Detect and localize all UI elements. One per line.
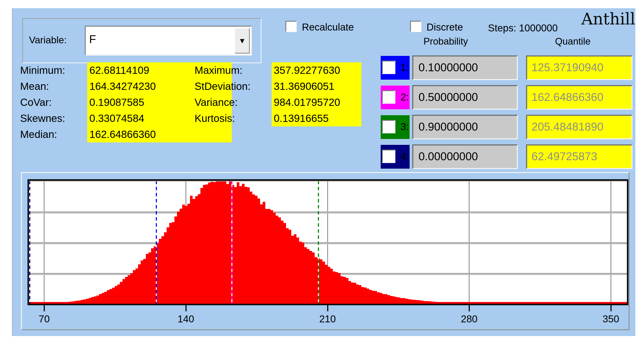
histogram-bar — [263, 202, 265, 304]
quantile-4-index: 4: — [400, 150, 409, 162]
histogram-bar — [338, 273, 340, 304]
histogram-bar — [122, 279, 125, 304]
histogram-bar — [112, 288, 115, 304]
quantile-2-value-output: 162.64866360 — [526, 85, 632, 110]
histogram-bar — [284, 223, 286, 304]
variable-combobox-value: F — [89, 33, 96, 46]
quantile-1-index: 1: — [400, 62, 409, 73]
histogram-bar — [356, 284, 359, 304]
quantile-column-header: Quantile — [555, 36, 590, 47]
histogram-bar — [107, 290, 110, 304]
quantile-4-color-swatch: 4: — [380, 144, 410, 169]
histogram-bar — [162, 236, 164, 304]
quantile-row-1: 1: 0.10000000 125.37190940 — [12, 56, 636, 80]
histogram-bar — [294, 234, 296, 304]
histogram-bar — [354, 283, 356, 304]
histogram-bar — [221, 181, 224, 304]
histogram-bar — [273, 213, 276, 304]
histogram-bar — [133, 270, 136, 304]
x-axis-tick-label: 140 — [168, 313, 203, 325]
histogram-bar — [325, 265, 328, 304]
histogram-bar — [333, 271, 336, 304]
quantile-1-value-output: 125.37190940 — [526, 56, 632, 80]
histogram-bar — [296, 237, 299, 304]
histogram-bar — [258, 199, 260, 304]
histogram-bar — [343, 277, 346, 304]
quantile-1-color-swatch: 1: — [380, 56, 410, 80]
quantile-1-checkbox[interactable] — [382, 61, 395, 74]
histogram-bar — [304, 247, 307, 304]
quantile-row-3: 3: 0.90000000 205.48481890 — [12, 115, 636, 139]
histogram-bar — [117, 284, 120, 304]
histogram-bar — [226, 184, 229, 304]
histogram-bar — [115, 286, 117, 304]
histogram-bar — [180, 209, 182, 304]
chevron-down-icon: ▼ — [238, 37, 246, 45]
x-axis-tick-label: 350 — [594, 313, 628, 325]
x-axis-tick — [469, 305, 470, 311]
quantile-3-probability-input[interactable]: 0.90000000 — [412, 115, 518, 139]
histogram-bar — [125, 277, 128, 304]
histogram-bar — [167, 227, 169, 304]
histogram-bar — [192, 199, 195, 304]
recalculate-checkbox[interactable] — [286, 21, 297, 32]
histogram-bar — [369, 290, 372, 304]
histogram-bar — [250, 192, 252, 304]
histogram-bar — [362, 287, 364, 304]
histogram-bar — [234, 187, 237, 304]
variable-combobox[interactable]: F ▼ — [85, 26, 252, 56]
histogram-bar — [328, 267, 330, 304]
app-brand-title: Anthill — [579, 10, 637, 28]
discrete-checkbox[interactable] — [410, 21, 421, 32]
histogram-bar — [255, 196, 258, 304]
histogram-bar — [190, 196, 192, 304]
histogram-bar — [265, 209, 268, 304]
histogram-bar — [148, 252, 151, 304]
histogram-bar — [211, 182, 213, 304]
histogram-bar — [208, 182, 211, 304]
histogram-bar — [307, 249, 310, 304]
histogram-bar — [286, 228, 289, 304]
histogram-bar — [359, 285, 362, 304]
quantile-4-value-output: 62.49725873 — [526, 144, 632, 169]
quantile-row-2: 2: 0.50000000 162.64866360 — [12, 85, 636, 110]
histogram-bar — [188, 204, 190, 304]
histogram-bar — [270, 210, 273, 304]
quantile-2-probability-input[interactable]: 0.50000000 — [412, 85, 518, 110]
quantile-3-checkbox[interactable] — [382, 120, 395, 133]
histogram-bar — [200, 188, 203, 304]
quantile-1-probability-input[interactable]: 0.10000000 — [412, 56, 518, 80]
histogram-bar — [216, 181, 218, 304]
histogram-bar — [172, 222, 174, 304]
histogram-plot-inner — [29, 181, 627, 304]
histogram-bar — [206, 184, 208, 304]
quantile-2-checkbox[interactable] — [382, 90, 395, 104]
discrete-label: Discrete — [426, 21, 463, 33]
histogram-bar — [185, 206, 188, 304]
histogram-bar — [138, 264, 141, 304]
histogram-bar — [291, 236, 294, 304]
quantile-dashed-line — [231, 181, 232, 304]
histogram-bar — [177, 211, 180, 304]
variable-label: Variable: — [29, 35, 67, 46]
x-axis-tick — [44, 305, 45, 311]
histogram-bar — [348, 281, 351, 304]
combobox-dropdown-button[interactable]: ▼ — [234, 28, 250, 54]
quantile-4-probability-input[interactable]: 0.00000000 — [412, 144, 518, 169]
histogram-bar — [322, 261, 325, 304]
histogram-bar — [299, 242, 302, 304]
histogram-bar — [110, 289, 112, 304]
histogram-chart-panel: 70140210280350 — [21, 172, 630, 330]
histogram-bar — [268, 209, 270, 304]
anthill-window: Variable: F ▼ Recalculate Discrete Steps… — [12, 8, 635, 336]
x-axis-tick-label: 70 — [27, 313, 62, 325]
histogram-bars — [29, 181, 627, 304]
steps-label: Steps: 1000000 — [488, 22, 558, 34]
histogram-bar — [218, 181, 221, 304]
histogram-bar — [346, 278, 348, 304]
histogram-bar — [278, 217, 281, 304]
histogram-baseline — [29, 302, 627, 304]
quantile-3-value-output: 205.48481890 — [526, 115, 632, 139]
histogram-bar — [247, 187, 250, 304]
quantile-4-checkbox[interactable] — [382, 150, 395, 163]
